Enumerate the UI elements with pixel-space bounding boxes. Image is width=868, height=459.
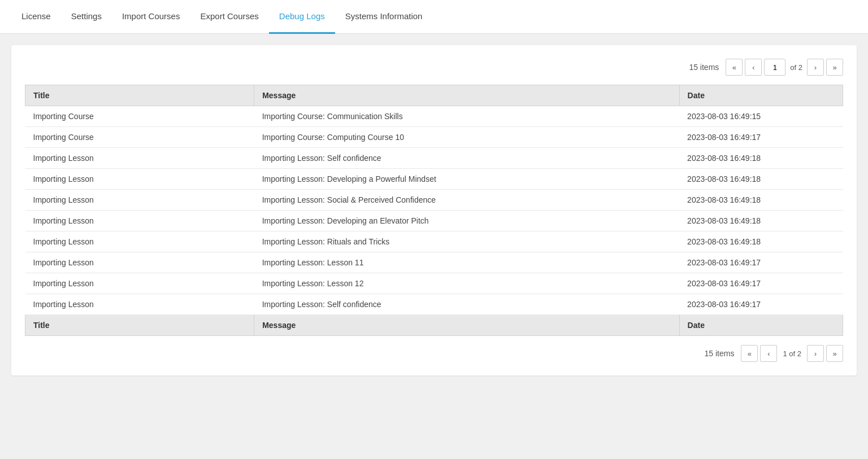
cell-message: Importing Lesson: Social & Perceived Con… [254, 190, 679, 211]
table-row: Importing LessonImporting Lesson: Develo… [25, 211, 843, 231]
table-row: Importing LessonImporting Lesson: Develo… [25, 169, 843, 190]
cell-title: Importing Lesson [25, 148, 254, 169]
nav-item-license[interactable]: License [11, 0, 61, 34]
cell-message: Importing Lesson: Developing a Powerful … [254, 169, 679, 190]
cell-date: 2023-08-03 16:49:15 [679, 106, 843, 127]
page-body: 15 items « ‹ of 2 › » Title Message Date… [0, 34, 868, 387]
cell-message: Importing Lesson: Rituals and Tricks [254, 231, 679, 252]
nav-item-import-courses[interactable]: Import Courses [112, 0, 190, 34]
cell-message: Importing Lesson: Lesson 11 [254, 252, 679, 273]
bottom-first-page-button[interactable]: « [741, 345, 758, 362]
cell-date: 2023-08-03 16:49:17 [679, 127, 843, 148]
cell-message: Importing Lesson: Developing an Elevator… [254, 211, 679, 231]
table-row: Importing LessonImporting Lesson: Lesson… [25, 273, 843, 294]
table-row: Importing LessonImporting Lesson: Self c… [25, 148, 843, 169]
bottom-items-count: 15 items [705, 349, 735, 358]
cell-date: 2023-08-03 16:49:18 [679, 211, 843, 231]
cell-date: 2023-08-03 16:49:18 [679, 148, 843, 169]
table-row: Importing LessonImporting Lesson: Ritual… [25, 231, 843, 252]
col-footer-date: Date [679, 315, 843, 336]
cell-date: 2023-08-03 16:49:18 [679, 169, 843, 190]
cell-date: 2023-08-03 16:49:17 [679, 273, 843, 294]
cell-message: Importing Lesson: Self confidence [254, 294, 679, 315]
cell-date: 2023-08-03 16:49:17 [679, 294, 843, 315]
table-footer-header: Title Message Date [25, 315, 843, 336]
table-row: Importing CourseImporting Course: Comput… [25, 127, 843, 148]
table-row: Importing CourseImporting Course: Commun… [25, 106, 843, 127]
table-row: Importing LessonImporting Lesson: Self c… [25, 294, 843, 315]
col-header-date: Date [679, 85, 843, 106]
cell-title: Importing Lesson [25, 273, 254, 294]
top-page-of: of 2 [790, 63, 802, 72]
cell-title: Importing Course [25, 106, 254, 127]
cell-message: Importing Course: Communication Skills [254, 106, 679, 127]
top-first-page-button[interactable]: « [726, 59, 743, 76]
col-footer-message: Message [254, 315, 679, 336]
nav-item-export-courses[interactable]: Export Courses [190, 0, 268, 34]
cell-date: 2023-08-03 16:49:17 [679, 252, 843, 273]
table-header: Title Message Date [25, 85, 843, 106]
top-items-count: 15 items [689, 63, 719, 72]
cell-message: Importing Lesson: Lesson 12 [254, 273, 679, 294]
bottom-prev-page-button[interactable]: ‹ [760, 345, 777, 362]
cell-title: Importing Lesson [25, 252, 254, 273]
cell-date: 2023-08-03 16:49:18 [679, 231, 843, 252]
cell-title: Importing Lesson [25, 169, 254, 190]
top-pagination-bar: 15 items « ‹ of 2 › » [25, 59, 843, 76]
nav-item-debug-logs[interactable]: Debug Logs [269, 0, 335, 34]
cell-title: Importing Lesson [25, 190, 254, 211]
debug-logs-table: Title Message Date Importing CourseImpor… [25, 85, 843, 336]
top-navigation: LicenseSettingsImport CoursesExport Cour… [0, 0, 868, 34]
cell-title: Importing Lesson [25, 231, 254, 252]
top-next-page-button[interactable]: › [807, 59, 824, 76]
cell-title: Importing Lesson [25, 211, 254, 231]
bottom-next-page-button[interactable]: › [807, 345, 824, 362]
cell-date: 2023-08-03 16:49:18 [679, 190, 843, 211]
bottom-pagination-bar: 15 items « ‹ 1 of 2 › » [25, 345, 843, 362]
top-last-page-button[interactable]: » [826, 59, 843, 76]
cell-title: Importing Course [25, 127, 254, 148]
bottom-page-label: 1 of 2 [783, 349, 801, 358]
cell-message: Importing Lesson: Self confidence [254, 148, 679, 169]
nav-item-settings[interactable]: Settings [61, 0, 112, 34]
col-footer-title: Title [25, 315, 254, 336]
nav-item-systems-information[interactable]: Systems Information [335, 0, 433, 34]
main-card: 15 items « ‹ of 2 › » Title Message Date… [11, 45, 857, 375]
col-header-title: Title [25, 85, 254, 106]
top-page-input[interactable] [764, 59, 785, 76]
cell-title: Importing Lesson [25, 294, 254, 315]
top-prev-page-button[interactable]: ‹ [745, 59, 762, 76]
table-row: Importing LessonImporting Lesson: Social… [25, 190, 843, 211]
cell-message: Importing Course: Computing Course 10 [254, 127, 679, 148]
bottom-last-page-button[interactable]: » [826, 345, 843, 362]
table-row: Importing LessonImporting Lesson: Lesson… [25, 252, 843, 273]
table-body: Importing CourseImporting Course: Commun… [25, 106, 843, 315]
col-header-message: Message [254, 85, 679, 106]
